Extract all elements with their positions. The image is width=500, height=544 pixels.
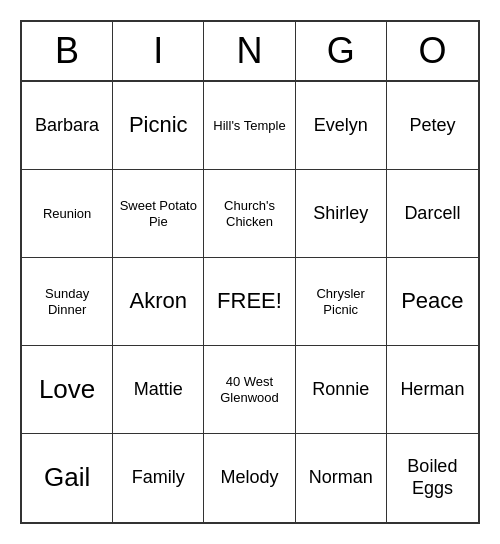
cell-text-3: Evelyn <box>314 115 368 137</box>
bingo-cell-5: Reunion <box>22 170 113 258</box>
cell-text-23: Norman <box>309 467 373 489</box>
cell-text-18: Ronnie <box>312 379 369 401</box>
bingo-cell-2: Hill's Temple <box>204 82 295 170</box>
cell-text-16: Mattie <box>134 379 183 401</box>
bingo-cell-22: Melody <box>204 434 295 522</box>
bingo-cell-1: Picnic <box>113 82 204 170</box>
cell-text-5: Reunion <box>43 206 91 222</box>
cell-text-24: Boiled Eggs <box>391 456 474 499</box>
cell-text-9: Darcell <box>404 203 460 225</box>
cell-text-8: Shirley <box>313 203 368 225</box>
bingo-header: BINGO <box>22 22 478 82</box>
cell-text-6: Sweet Potato Pie <box>117 198 199 229</box>
header-letter-n: N <box>204 22 295 80</box>
bingo-cell-14: Peace <box>387 258 478 346</box>
header-letter-i: I <box>113 22 204 80</box>
bingo-cell-23: Norman <box>296 434 387 522</box>
cell-text-0: Barbara <box>35 115 99 137</box>
cell-text-11: Akron <box>130 288 187 314</box>
cell-text-15: Love <box>39 374 95 405</box>
bingo-cell-21: Family <box>113 434 204 522</box>
cell-text-1: Picnic <box>129 112 188 138</box>
bingo-cell-24: Boiled Eggs <box>387 434 478 522</box>
cell-text-7: Church's Chicken <box>208 198 290 229</box>
bingo-cell-13: Chrysler Picnic <box>296 258 387 346</box>
header-letter-b: B <box>22 22 113 80</box>
cell-text-19: Herman <box>400 379 464 401</box>
cell-text-22: Melody <box>220 467 278 489</box>
bingo-cell-8: Shirley <box>296 170 387 258</box>
cell-text-21: Family <box>132 467 185 489</box>
bingo-cell-4: Petey <box>387 82 478 170</box>
bingo-cell-17: 40 West Glenwood <box>204 346 295 434</box>
bingo-grid: BarbaraPicnicHill's TempleEvelynPeteyReu… <box>22 82 478 522</box>
cell-text-17: 40 West Glenwood <box>208 374 290 405</box>
bingo-cell-10: Sunday Dinner <box>22 258 113 346</box>
header-letter-o: O <box>387 22 478 80</box>
bingo-cell-6: Sweet Potato Pie <box>113 170 204 258</box>
cell-text-20: Gail <box>44 462 90 493</box>
bingo-cell-12: FREE! <box>204 258 295 346</box>
bingo-cell-7: Church's Chicken <box>204 170 295 258</box>
bingo-cell-20: Gail <box>22 434 113 522</box>
header-letter-g: G <box>296 22 387 80</box>
bingo-cell-3: Evelyn <box>296 82 387 170</box>
bingo-cell-16: Mattie <box>113 346 204 434</box>
bingo-cell-0: Barbara <box>22 82 113 170</box>
cell-text-14: Peace <box>401 288 463 314</box>
bingo-cell-19: Herman <box>387 346 478 434</box>
bingo-card: BINGO BarbaraPicnicHill's TempleEvelynPe… <box>20 20 480 524</box>
cell-text-10: Sunday Dinner <box>26 286 108 317</box>
bingo-cell-18: Ronnie <box>296 346 387 434</box>
bingo-cell-9: Darcell <box>387 170 478 258</box>
cell-text-2: Hill's Temple <box>213 118 285 134</box>
cell-text-12: FREE! <box>217 288 282 314</box>
bingo-cell-11: Akron <box>113 258 204 346</box>
bingo-cell-15: Love <box>22 346 113 434</box>
cell-text-4: Petey <box>409 115 455 137</box>
cell-text-13: Chrysler Picnic <box>300 286 382 317</box>
